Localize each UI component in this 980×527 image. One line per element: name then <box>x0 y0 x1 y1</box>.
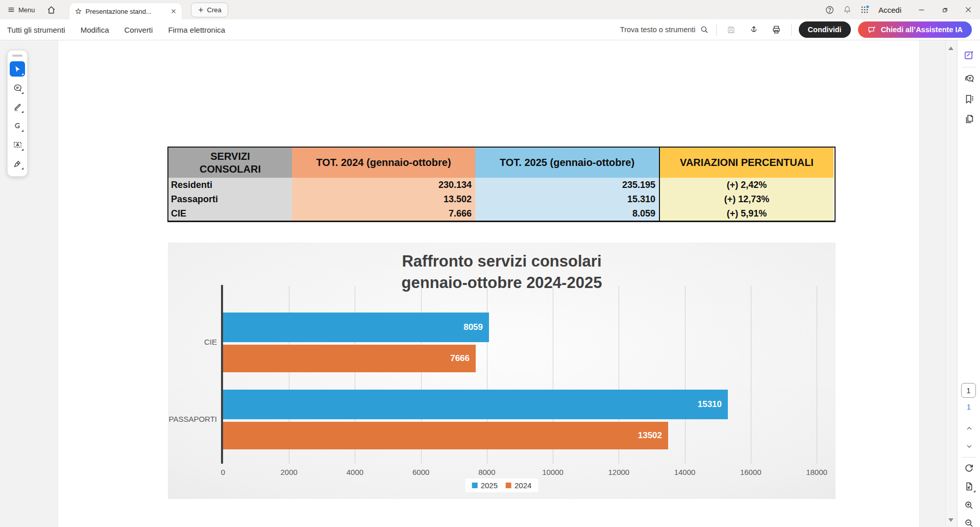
close-window-icon <box>964 6 972 14</box>
cell-tot-2024: 13.502 <box>292 192 475 206</box>
condividi-button[interactable]: Condividi <box>799 21 851 38</box>
cell-service: Passaporti <box>168 192 292 206</box>
menu-item-tutti-gli-strumenti[interactable]: Tutti gli strumenti <box>7 26 65 34</box>
menu-button[interactable]: Menu <box>0 6 40 14</box>
plus-icon <box>198 7 204 13</box>
toolbar-separator <box>791 23 792 36</box>
titlebar-right: Accedi <box>821 0 980 19</box>
scroll-down-arrow[interactable] <box>948 518 953 522</box>
chart-title-line-2: gennaio-ottobre 2024-2025 <box>168 272 836 294</box>
save-button[interactable] <box>724 22 739 37</box>
cell-tot-2025: 8.059 <box>475 206 659 221</box>
legend-label: 2025 <box>481 481 498 490</box>
zoom-in-button[interactable] <box>963 499 975 512</box>
x-axis-tick-label: 18000 <box>806 468 827 476</box>
close-window-button[interactable] <box>957 0 980 19</box>
search-label: Trova testo o strumenti <box>620 26 696 34</box>
bar-2025-passaporti: 15310 <box>223 390 728 419</box>
highlight-tool-button[interactable] <box>10 99 25 114</box>
zoom-out-button[interactable] <box>963 517 975 527</box>
table-header-tot-2025: TOT. 2025 (gennaio-ottobre) <box>475 148 659 178</box>
x-axis-tick-label: 6000 <box>412 468 429 476</box>
x-axis-tick-label: 14000 <box>674 468 696 476</box>
draw-tool-button[interactable] <box>10 118 25 133</box>
fit-page-button[interactable] <box>963 480 975 493</box>
menu-item-modifica[interactable]: Modifica <box>81 26 109 34</box>
select-tool-button[interactable] <box>10 61 25 77</box>
comments-panel-icon <box>964 73 975 84</box>
minimize-button[interactable] <box>910 0 933 19</box>
crea-label: Crea <box>207 6 222 14</box>
select-text-tool-button[interactable] <box>10 137 25 152</box>
hamburger-icon <box>7 6 15 14</box>
help-icon <box>825 5 835 15</box>
cell-variazione: (+) 12,73% <box>659 192 834 206</box>
home-icon <box>46 5 56 15</box>
minimize-icon <box>918 6 925 14</box>
bar-chart: Raffronto servizi consolari gennaio-otto… <box>168 243 836 499</box>
page-number-input[interactable]: 1 <box>961 383 976 398</box>
crea-button[interactable]: Crea <box>191 3 228 17</box>
search-button[interactable]: Trova testo o strumenti <box>620 25 709 34</box>
cell-service: CIE <box>168 206 292 221</box>
accedi-button[interactable]: Accedi <box>873 6 910 14</box>
home-button[interactable] <box>40 5 62 15</box>
toolbar-right: Trova testo o strumenti Condividi Chiedi… <box>620 21 980 38</box>
comments-panel-button[interactable] <box>963 72 975 85</box>
search-icon <box>700 25 709 34</box>
add-comment-tool-button[interactable] <box>10 80 25 95</box>
bookmarks-panel-button[interactable] <box>963 92 975 105</box>
drag-handle[interactable] <box>12 55 22 57</box>
apps-grid-icon <box>860 5 870 15</box>
help-button[interactable] <box>821 0 839 19</box>
panel-divider <box>962 67 976 67</box>
print-button[interactable] <box>769 22 784 37</box>
scroll-up-arrow[interactable] <box>948 46 953 50</box>
previous-page-button[interactable] <box>963 422 975 435</box>
chart-legend: 20252024 <box>465 478 538 492</box>
zoom-out-icon <box>964 518 974 527</box>
fill-sign-tool-button[interactable] <box>10 156 25 171</box>
select-arrow-icon <box>13 65 22 74</box>
ai-assistant-button[interactable]: Chiedi all’Assistente IA <box>858 21 972 38</box>
vertical-scrollbar[interactable] <box>945 40 956 527</box>
cell-tot-2025: 235.195 <box>475 178 659 192</box>
x-axis-tick-label: 12000 <box>608 468 629 476</box>
tab-close-button[interactable] <box>170 8 177 14</box>
bar-value-label: 13502 <box>223 422 668 449</box>
chart-gridline <box>685 286 685 464</box>
next-page-button[interactable] <box>963 440 975 452</box>
restore-button[interactable] <box>933 0 957 19</box>
bar-value-label: 15310 <box>223 390 728 419</box>
cell-tot-2024: 230.134 <box>292 178 475 192</box>
fit-page-icon <box>964 481 974 492</box>
bar-value-label: 7666 <box>223 345 476 372</box>
ai-assistant-icon <box>963 50 975 61</box>
page-current: 1 <box>966 386 970 395</box>
table-header-servizi: SERVIZI CONSOLARI <box>168 148 292 178</box>
bar-2025-cie: 8059 <box>223 313 489 342</box>
select-text-icon <box>13 140 22 150</box>
menu-item-firma-elettronica[interactable]: Firma elettronica <box>168 26 225 34</box>
bookmarks-icon <box>964 93 975 105</box>
table-header-row: SERVIZI CONSOLARI TOT. 2024 (gennaio-ott… <box>168 148 835 178</box>
ai-assistant-panel-button[interactable] <box>963 49 975 62</box>
menu-item-converti[interactable]: Converti <box>125 26 153 34</box>
rotate-icon <box>964 463 974 473</box>
pages-panel-button[interactable] <box>963 112 975 125</box>
bar-value-label: 8059 <box>223 313 489 342</box>
apps-grid-button[interactable] <box>856 0 873 19</box>
cell-tot-2025: 15.310 <box>475 192 659 206</box>
ai-assistant-label: Chiedi all’Assistente IA <box>881 26 963 34</box>
rotate-page-button[interactable] <box>963 462 975 474</box>
save-icon <box>726 25 736 35</box>
notifications-button[interactable] <box>839 0 856 19</box>
upload-button[interactable] <box>746 22 762 37</box>
document-tab[interactable]: Presentazione stand... <box>69 3 182 19</box>
tab-title: Presentazione stand... <box>86 8 167 15</box>
x-axis-tick-label: 0 <box>221 468 225 476</box>
print-icon <box>771 25 781 35</box>
x-axis-tick-label: 4000 <box>347 468 363 476</box>
table-header-tot-2024: TOT. 2024 (gennaio-ottobre) <box>292 148 475 178</box>
acrobat-window: Menu Presentazione stand... Crea <box>0 0 980 527</box>
